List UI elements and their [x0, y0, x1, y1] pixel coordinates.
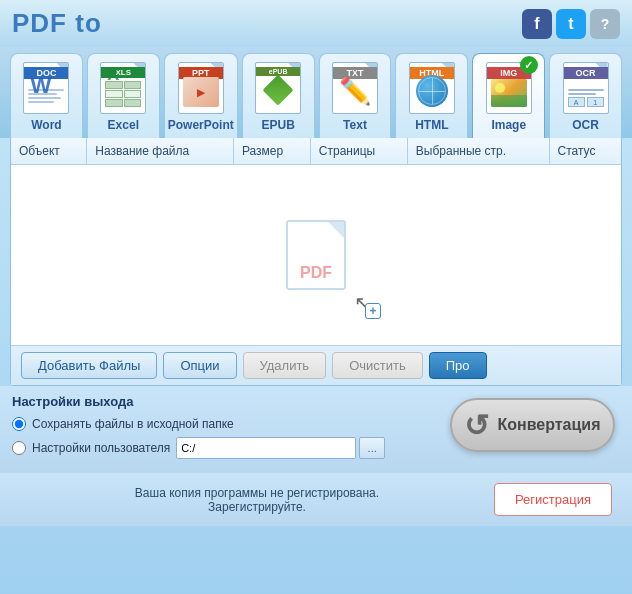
img-icon: IMG ✓: [484, 60, 534, 116]
conversion-text: Конвертация: [497, 416, 600, 434]
user-settings-label: Настройки пользователя: [32, 441, 170, 455]
excel-icon: XLS X: [98, 60, 148, 116]
settings-layout: Настройки выхода Сохранять файлы в исход…: [12, 394, 620, 465]
conversion-badge: ↺ Конвертация: [450, 398, 620, 458]
tab-text[interactable]: TXT ✏️ Text: [319, 53, 392, 138]
html-icon: HTML: [407, 60, 457, 116]
social-icons: f t ?: [522, 9, 620, 39]
tab-epub[interactable]: ePUB EPUB: [242, 53, 315, 138]
pdf-drop-hint: PDF: [286, 220, 346, 290]
help-icon[interactable]: ?: [590, 9, 620, 39]
text-label: Text: [343, 118, 367, 132]
tab-word[interactable]: DOC W Word: [10, 53, 83, 138]
settings-area: Настройки выхода Сохранять файлы в исход…: [0, 386, 632, 473]
txt-icon: TXT ✏️: [330, 60, 380, 116]
file-drop-area[interactable]: PDF ↖ +: [11, 165, 621, 345]
register-button[interactable]: Регистрация: [494, 483, 612, 516]
badge-container: ↺ Конвертация: [450, 398, 615, 452]
ppt-icon: PPT ▶: [176, 60, 226, 116]
ocr-icon: OCR A 1: [561, 60, 611, 116]
pdf-doc-icon: PDF: [286, 220, 346, 290]
excel-label: Excel: [108, 118, 139, 132]
tab-image[interactable]: IMG ✓ Image: [472, 53, 545, 138]
conversion-arrow-icon: ↺: [464, 408, 489, 443]
save-source-radio[interactable]: [12, 417, 26, 431]
footer-message: Ваша копия программы не регистрирована. …: [20, 486, 494, 514]
tab-ocr[interactable]: OCR A 1 OCR: [549, 53, 622, 138]
ppt-label: PowerPoint: [168, 118, 234, 132]
main-content: Объект Название файла Размер Страницы Вы…: [10, 138, 622, 386]
col-status: Статус: [549, 138, 621, 165]
col-pages: Страницы: [310, 138, 407, 165]
browse-button[interactable]: ...: [359, 437, 385, 459]
active-checkmark: ✓: [520, 56, 538, 74]
image-label: Image: [491, 118, 526, 132]
clear-button: Очистить: [332, 352, 423, 379]
epub-label: EPUB: [261, 118, 294, 132]
save-source-row: Сохранять файлы в исходной папке: [12, 417, 440, 431]
col-object: Объект: [11, 138, 87, 165]
col-size: Размер: [233, 138, 310, 165]
add-files-button[interactable]: Добавить Файлы: [21, 352, 157, 379]
file-table: Объект Название файла Размер Страницы Вы…: [11, 138, 621, 165]
save-source-label: Сохранять файлы в исходной папке: [32, 417, 234, 431]
col-filename: Название файла: [87, 138, 234, 165]
settings-left: Настройки выхода Сохранять файлы в исход…: [12, 394, 440, 465]
path-input[interactable]: C:/: [176, 437, 356, 459]
format-tab-bar: DOC W Word XLS: [0, 47, 632, 138]
options-button[interactable]: Опции: [163, 352, 236, 379]
user-settings-row: Настройки пользователя C:/ ...: [12, 437, 440, 459]
user-settings-radio[interactable]: [12, 441, 26, 455]
word-label: Word: [31, 118, 61, 132]
col-selected-pages: Выбранные стр.: [407, 138, 549, 165]
tab-excel[interactable]: XLS X Excel: [87, 53, 160, 138]
word-icon: DOC W: [21, 60, 71, 116]
footer-line1: Ваша копия программы не регистрирована.: [20, 486, 494, 500]
toolbar: Добавить Файлы Опции Удалить Очистить Пр…: [11, 345, 621, 385]
html-label: HTML: [415, 118, 448, 132]
app-title: PDF to: [12, 8, 102, 39]
epub-icon: ePUB: [253, 60, 303, 116]
about-button[interactable]: Про: [429, 352, 487, 379]
twitter-icon[interactable]: t: [556, 9, 586, 39]
facebook-icon[interactable]: f: [522, 9, 552, 39]
ocr-label: OCR: [572, 118, 599, 132]
header: PDF to f t ?: [0, 0, 632, 47]
delete-button: Удалить: [243, 352, 327, 379]
footer: Ваша копия программы не регистрирована. …: [0, 473, 632, 526]
tab-html[interactable]: HTML HTML: [395, 53, 468, 138]
settings-title: Настройки выхода: [12, 394, 440, 409]
tab-powerpoint[interactable]: PPT ▶ PowerPoint: [164, 53, 238, 138]
footer-line2: Зарегистрируйте.: [20, 500, 494, 514]
add-badge: +: [365, 303, 381, 319]
